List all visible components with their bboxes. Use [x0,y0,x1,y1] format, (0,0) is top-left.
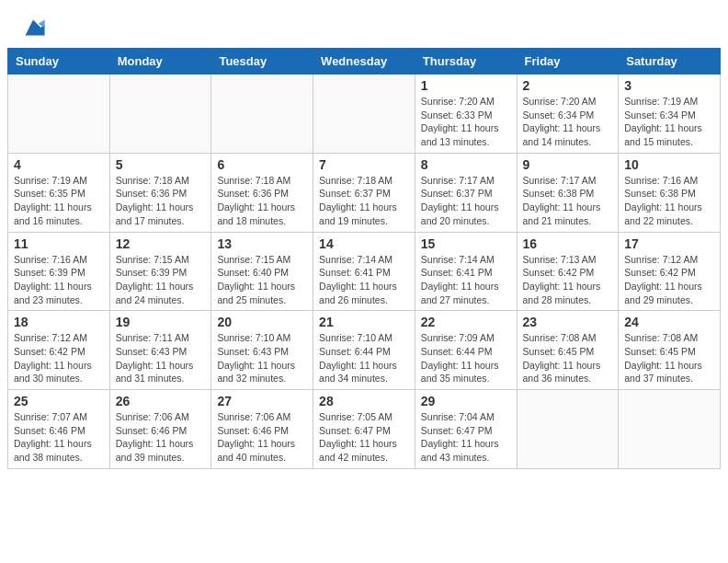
day-header-thursday: Thursday [415,49,517,75]
day-header-sunday: Sunday [8,49,110,75]
calendar-cell: 13Sunrise: 7:15 AM Sunset: 6:40 PM Dayli… [211,232,313,311]
day-number: 7 [319,157,409,172]
cell-daylight-info: Sunrise: 7:11 AM Sunset: 6:43 PM Dayligh… [116,331,206,385]
cell-daylight-info: Sunrise: 7:15 AM Sunset: 6:40 PM Dayligh… [217,253,307,307]
calendar-cell: 6Sunrise: 7:18 AM Sunset: 6:36 PM Daylig… [211,153,313,232]
cell-daylight-info: Sunrise: 7:05 AM Sunset: 6:47 PM Dayligh… [319,410,409,465]
calendar-cell: 7Sunrise: 7:18 AM Sunset: 6:37 PM Daylig… [313,153,415,232]
day-number: 8 [421,157,511,172]
cell-daylight-info: Sunrise: 7:15 AM Sunset: 6:39 PM Dayligh… [116,253,206,307]
calendar-cell [313,75,415,154]
day-number: 28 [319,394,409,408]
cell-daylight-info: Sunrise: 7:07 AM Sunset: 6:46 PM Dayligh… [14,410,104,465]
day-number: 20 [217,315,307,329]
calendar-cell: 14Sunrise: 7:14 AM Sunset: 6:41 PM Dayli… [313,232,415,311]
day-header-wednesday: Wednesday [313,49,415,75]
cell-daylight-info: Sunrise: 7:14 AM Sunset: 6:41 PM Dayligh… [421,253,511,307]
calendar-cell: 18Sunrise: 7:12 AM Sunset: 6:42 PM Dayli… [8,311,110,390]
calendar-cell: 23Sunrise: 7:08 AM Sunset: 6:45 PM Dayli… [517,311,619,390]
cell-daylight-info: Sunrise: 7:17 AM Sunset: 6:37 PM Dayligh… [421,174,511,228]
cell-daylight-info: Sunrise: 7:04 AM Sunset: 6:47 PM Dayligh… [421,410,511,465]
calendar-cell: 8Sunrise: 7:17 AM Sunset: 6:37 PM Daylig… [415,153,517,232]
cell-daylight-info: Sunrise: 7:17 AM Sunset: 6:38 PM Dayligh… [523,174,613,228]
calendar-cell: 21Sunrise: 7:10 AM Sunset: 6:44 PM Dayli… [313,311,415,390]
day-number: 1 [421,78,511,93]
day-number: 4 [14,157,104,172]
day-number: 6 [217,157,307,172]
day-number: 19 [116,315,206,329]
cell-daylight-info: Sunrise: 7:06 AM Sunset: 6:46 PM Dayligh… [217,410,307,465]
day-number: 10 [624,157,714,172]
week-row-5: 25Sunrise: 7:07 AM Sunset: 6:46 PM Dayli… [8,390,721,469]
cell-daylight-info: Sunrise: 7:08 AM Sunset: 6:45 PM Dayligh… [523,331,613,385]
cell-daylight-info: Sunrise: 7:19 AM Sunset: 6:35 PM Dayligh… [14,174,104,228]
week-row-3: 11Sunrise: 7:16 AM Sunset: 6:39 PM Dayli… [8,232,721,311]
day-number: 22 [421,315,511,329]
calendar-cell: 27Sunrise: 7:06 AM Sunset: 6:46 PM Dayli… [211,390,313,469]
calendar-cell: 3Sunrise: 7:19 AM Sunset: 6:34 PM Daylig… [619,75,721,154]
calendar-cell: 11Sunrise: 7:16 AM Sunset: 6:39 PM Dayli… [8,232,110,311]
calendar-cell: 5Sunrise: 7:18 AM Sunset: 6:36 PM Daylig… [109,153,211,232]
calendar-cell: 2Sunrise: 7:20 AM Sunset: 6:34 PM Daylig… [517,75,619,154]
day-number: 9 [523,157,613,172]
cell-daylight-info: Sunrise: 7:18 AM Sunset: 6:36 PM Dayligh… [217,174,307,228]
day-number: 29 [421,394,511,408]
calendar-cell: 12Sunrise: 7:15 AM Sunset: 6:39 PM Dayli… [109,232,211,311]
calendar-cell: 4Sunrise: 7:19 AM Sunset: 6:35 PM Daylig… [8,153,110,232]
cell-daylight-info: Sunrise: 7:16 AM Sunset: 6:38 PM Dayligh… [624,174,714,228]
calendar-cell: 15Sunrise: 7:14 AM Sunset: 6:41 PM Dayli… [415,232,517,311]
cell-daylight-info: Sunrise: 7:08 AM Sunset: 6:45 PM Dayligh… [624,331,714,385]
day-number: 27 [217,394,307,408]
day-header-friday: Friday [517,49,619,75]
cell-daylight-info: Sunrise: 7:16 AM Sunset: 6:39 PM Dayligh… [14,253,104,307]
cell-daylight-info: Sunrise: 7:12 AM Sunset: 6:42 PM Dayligh… [624,253,714,307]
cell-daylight-info: Sunrise: 7:10 AM Sunset: 6:43 PM Dayligh… [217,331,307,385]
day-number: 26 [116,394,206,408]
day-header-monday: Monday [109,49,211,75]
cell-daylight-info: Sunrise: 7:18 AM Sunset: 6:37 PM Dayligh… [319,174,409,228]
week-row-2: 4Sunrise: 7:19 AM Sunset: 6:35 PM Daylig… [8,153,721,232]
day-number: 12 [116,236,206,251]
calendar-body: 1Sunrise: 7:20 AM Sunset: 6:33 PM Daylig… [8,75,721,469]
day-number: 14 [319,236,409,251]
calendar-cell [109,75,211,154]
calendar-cell [211,75,313,154]
day-number: 2 [523,78,613,93]
calendar-cell: 19Sunrise: 7:11 AM Sunset: 6:43 PM Dayli… [109,311,211,390]
day-number: 11 [14,236,104,251]
calendar-table: SundayMondayTuesdayWednesdayThursdayFrid… [7,48,721,469]
calendar-cell: 29Sunrise: 7:04 AM Sunset: 6:47 PM Dayli… [415,390,517,469]
calendar-cell: 16Sunrise: 7:13 AM Sunset: 6:42 PM Dayli… [517,232,619,311]
cell-daylight-info: Sunrise: 7:19 AM Sunset: 6:34 PM Dayligh… [624,95,714,149]
calendar-header-row: SundayMondayTuesdayWednesdayThursdayFrid… [8,49,721,75]
page-header [0,0,728,48]
day-number: 23 [523,315,613,329]
calendar-cell: 10Sunrise: 7:16 AM Sunset: 6:38 PM Dayli… [619,153,721,232]
cell-daylight-info: Sunrise: 7:20 AM Sunset: 6:33 PM Dayligh… [421,95,511,149]
day-number: 25 [14,394,104,408]
calendar-cell [517,390,619,469]
day-number: 3 [624,78,714,93]
logo-icon [20,15,46,40]
day-header-tuesday: Tuesday [211,49,313,75]
calendar-cell [619,390,721,469]
calendar-cell: 26Sunrise: 7:06 AM Sunset: 6:46 PM Dayli… [109,390,211,469]
calendar-cell: 1Sunrise: 7:20 AM Sunset: 6:33 PM Daylig… [415,75,517,154]
day-number: 16 [523,236,613,251]
calendar-cell: 24Sunrise: 7:08 AM Sunset: 6:45 PM Dayli… [619,311,721,390]
day-number: 24 [624,315,714,329]
cell-daylight-info: Sunrise: 7:18 AM Sunset: 6:36 PM Dayligh… [116,174,206,228]
calendar-cell: 28Sunrise: 7:05 AM Sunset: 6:47 PM Dayli… [313,390,415,469]
day-number: 15 [421,236,511,251]
week-row-1: 1Sunrise: 7:20 AM Sunset: 6:33 PM Daylig… [8,75,721,154]
cell-daylight-info: Sunrise: 7:12 AM Sunset: 6:42 PM Dayligh… [14,331,104,385]
cell-daylight-info: Sunrise: 7:09 AM Sunset: 6:44 PM Dayligh… [421,331,511,385]
week-row-4: 18Sunrise: 7:12 AM Sunset: 6:42 PM Dayli… [8,311,721,390]
calendar-cell: 9Sunrise: 7:17 AM Sunset: 6:38 PM Daylig… [517,153,619,232]
calendar-cell: 25Sunrise: 7:07 AM Sunset: 6:46 PM Dayli… [8,390,110,469]
calendar-cell: 20Sunrise: 7:10 AM Sunset: 6:43 PM Dayli… [211,311,313,390]
cell-daylight-info: Sunrise: 7:14 AM Sunset: 6:41 PM Dayligh… [319,253,409,307]
cell-daylight-info: Sunrise: 7:20 AM Sunset: 6:34 PM Dayligh… [523,95,613,149]
cell-daylight-info: Sunrise: 7:10 AM Sunset: 6:44 PM Dayligh… [319,331,409,385]
day-number: 18 [14,315,104,329]
